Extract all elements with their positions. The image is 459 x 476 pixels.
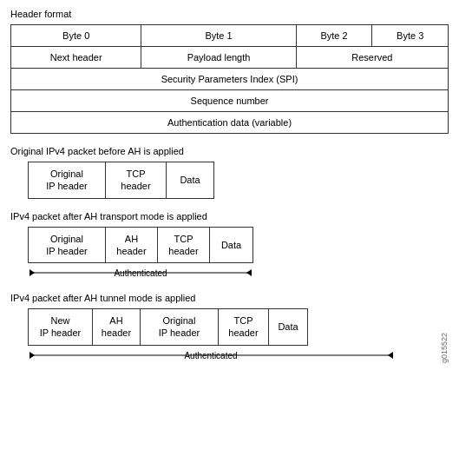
side-note: g015522 bbox=[441, 333, 449, 363]
payload-length-cell: Payload length bbox=[141, 47, 296, 69]
header-format-title: Header format bbox=[10, 9, 449, 19]
original-packet-diagram: OriginalIP header TCPheader Data bbox=[28, 162, 449, 199]
transport-packet-diagram: OriginalIP header AHheader TCPheader Dat… bbox=[28, 227, 449, 264]
svg-marker-5 bbox=[30, 352, 35, 359]
byte2-header: Byte 2 bbox=[296, 25, 372, 47]
data-cell-2: Data bbox=[210, 227, 253, 264]
svg-marker-1 bbox=[30, 269, 35, 276]
byte1-header: Byte 1 bbox=[141, 25, 296, 47]
svg-marker-2 bbox=[246, 269, 252, 276]
tcp-header-cell-2: TCPheader bbox=[158, 227, 210, 264]
original-ip-header-cell: OriginalIP header bbox=[28, 162, 106, 199]
ah-header-cell-1: AHheader bbox=[106, 227, 158, 264]
original-packet-title: Original IPv4 packet before AH is applie… bbox=[10, 146, 449, 156]
transport-mode-title: IPv4 packet after AH transport mode is a… bbox=[10, 211, 449, 221]
svg-text:Authenticated: Authenticated bbox=[114, 268, 167, 278]
transport-auth-svg: Authenticated bbox=[28, 265, 253, 281]
next-header-cell: Next header bbox=[11, 47, 141, 69]
tcp-header-cell-3: TCPheader bbox=[219, 308, 269, 346]
new-ip-header-cell: NewIP header bbox=[28, 308, 93, 346]
data-cell-1: Data bbox=[167, 162, 214, 199]
tunnel-auth-arrow: Authenticated bbox=[28, 347, 395, 363]
transport-auth-arrow: Authenticated bbox=[28, 265, 253, 281]
tunnel-auth-svg: Authenticated bbox=[28, 347, 395, 363]
sequence-number-cell: Sequence number bbox=[11, 90, 449, 112]
ah-header-cell-2: AHheader bbox=[93, 308, 141, 346]
original-ip-header-cell-3: OriginalIP header bbox=[141, 308, 219, 346]
byte3-header: Byte 3 bbox=[372, 25, 449, 47]
spi-cell: Security Parameters Index (SPI) bbox=[11, 69, 449, 90]
byte0-header: Byte 0 bbox=[11, 25, 141, 47]
svg-marker-6 bbox=[388, 352, 393, 359]
header-format-table: Byte 0 Byte 1 Byte 2 Byte 3 Next header … bbox=[10, 24, 449, 134]
tunnel-mode-title: IPv4 packet after AH tunnel mode is appl… bbox=[10, 293, 449, 303]
data-cell-3: Data bbox=[269, 308, 308, 346]
auth-data-cell: Authentication data (variable) bbox=[11, 112, 449, 134]
reserved-cell: Reserved bbox=[296, 47, 448, 69]
tunnel-packet-diagram: NewIP header AHheader OriginalIP header … bbox=[28, 308, 449, 346]
tcp-header-cell-1: TCPheader bbox=[106, 162, 167, 199]
original-ip-header-cell-2: OriginalIP header bbox=[28, 227, 106, 264]
svg-text:Authenticated: Authenticated bbox=[184, 351, 237, 360]
